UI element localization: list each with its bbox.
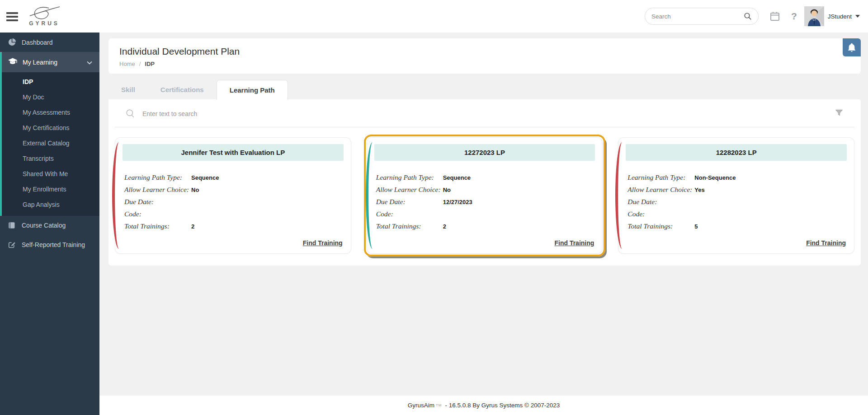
card-fields: Learning Path Type: Sequence Allow Learn…	[374, 173, 595, 234]
learning-path-card-jennifer-test[interactable]: Jennifer Test with Evaluation LP Learnin…	[115, 137, 351, 254]
main-content: Individual Development Plan Home / IDP S…	[99, 33, 868, 396]
panel-search-row	[115, 99, 854, 127]
learning-path-card-12282023[interactable]: 12282023 LP Learning Path Type: Non-Sequ…	[618, 137, 854, 254]
filter-button[interactable]	[835, 108, 844, 119]
field-label: Learning Path Type:	[124, 173, 191, 182]
field-row: Allow Learner Choice: No	[123, 186, 344, 198]
footer-tm: TM	[436, 403, 442, 407]
card-slot: 12272023 LP Learning Path Type: Sequence…	[367, 137, 603, 254]
sidebar-item-my-enrollments[interactable]: My Enrollments	[0, 182, 99, 197]
field-row: Due Date:	[123, 198, 344, 210]
card-title: Jennifer Test with Evaluation LP	[123, 144, 344, 161]
field-value: 2	[443, 223, 446, 230]
pencil-square-icon	[7, 241, 16, 248]
footer: GyrusAim TM - 16.5.0.8 By Gyrus Systems …	[99, 396, 868, 415]
brand-logo: GYRUS	[28, 6, 61, 27]
field-row: Learning Path Type: Sequence	[374, 173, 595, 186]
brand-name: GYRUS	[29, 20, 60, 27]
sidebar: Dashboard My Learning IDP My Doc My Asse…	[0, 33, 99, 415]
field-label: Allow Learner Choice:	[376, 186, 443, 194]
field-row: Total Trainings: 5	[626, 222, 847, 234]
tab-certifications[interactable]: Certifications	[148, 80, 217, 99]
field-row: Learning Path Type: Non-Sequence	[626, 173, 847, 186]
breadcrumb-current: IDP	[145, 61, 155, 67]
caret-down-icon	[855, 15, 860, 18]
field-row: Code:	[626, 210, 847, 222]
find-training-link[interactable]: Find Training	[554, 239, 594, 247]
field-row: Total Trainings: 2	[123, 222, 344, 234]
topbar-left: GYRUS	[0, 6, 99, 27]
tab-learning-path[interactable]: Learning Path	[217, 80, 288, 100]
sidebar-item-course-catalog[interactable]: Course Catalog	[0, 216, 99, 235]
sidebar-item-self-reported-training[interactable]: Self-Reported Training	[0, 235, 99, 254]
field-label: Due Date:	[376, 198, 443, 206]
sidebar-item-my-certifications[interactable]: My Certifications	[0, 120, 99, 135]
pie-chart-icon	[7, 38, 16, 46]
learning-path-panel: Jennifer Test with Evaluation LP Learnin…	[108, 99, 861, 266]
my-learning-submenu: IDP My Doc My Assessments My Certificati…	[0, 72, 99, 216]
filter-icon	[835, 108, 844, 117]
field-row: Code:	[123, 210, 344, 222]
notifications-button[interactable]	[843, 38, 861, 56]
global-search-input[interactable]	[651, 13, 744, 20]
avatar	[804, 6, 824, 26]
menu-icon[interactable]	[6, 12, 18, 21]
field-label: Learning Path Type:	[376, 173, 443, 182]
sidebar-item-shared-with-me[interactable]: Shared With Me	[0, 166, 99, 182]
card-title: 12272023 LP	[374, 144, 595, 161]
field-label: Due Date:	[124, 198, 191, 206]
field-label: Code:	[124, 210, 191, 218]
field-row: Allow Learner Choice: Yes	[626, 186, 847, 198]
gyrus-logo-mark-icon	[28, 6, 61, 21]
graduation-cap-icon	[8, 58, 17, 66]
field-value: No	[443, 187, 451, 193]
card-fields: Learning Path Type: Non-Sequence Allow L…	[626, 173, 847, 234]
breadcrumb-home-link[interactable]: Home	[119, 61, 135, 67]
card-title: 12282023 LP	[626, 144, 847, 161]
field-row: Due Date: 12/27/2023	[374, 198, 595, 210]
field-value: Sequence	[443, 174, 471, 181]
card-link-row: Find Training	[123, 237, 344, 248]
topbar: GYRUS ?	[0, 0, 868, 33]
sidebar-item-my-doc[interactable]: My Doc	[0, 89, 99, 105]
panel-search-input[interactable]	[142, 110, 835, 117]
field-row: Allow Learner Choice: No	[374, 186, 595, 198]
sidebar-item-my-learning[interactable]: My Learning	[0, 52, 99, 72]
find-training-link[interactable]: Find Training	[303, 239, 343, 247]
field-label: Code:	[376, 210, 443, 218]
field-row: Total Trainings: 2	[374, 222, 595, 234]
field-label: Learning Path Type:	[627, 173, 694, 182]
sidebar-item-transcripts[interactable]: Transcripts	[0, 151, 99, 166]
field-value: Non-Sequence	[694, 174, 736, 181]
tabs: Skill Certifications Learning Path	[108, 80, 861, 99]
help-icon[interactable]: ?	[791, 11, 797, 22]
field-value: No	[191, 187, 199, 193]
card-slot: 12282023 LP Learning Path Type: Non-Sequ…	[618, 137, 854, 254]
sidebar-item-dashboard[interactable]: Dashboard	[0, 33, 99, 52]
user-menu[interactable]: JStudent	[804, 6, 860, 26]
find-training-link[interactable]: Find Training	[806, 239, 846, 247]
learning-path-cards: Jennifer Test with Evaluation LP Learnin…	[108, 127, 861, 254]
card-link-row: Find Training	[374, 237, 595, 248]
sidebar-item-idp[interactable]: IDP	[0, 74, 99, 89]
breadcrumb: Home / IDP	[119, 61, 850, 67]
sidebar-item-external-catalog[interactable]: External Catalog	[0, 135, 99, 151]
field-value: Yes	[694, 187, 704, 193]
global-search	[645, 8, 759, 25]
tab-skill[interactable]: Skill	[108, 80, 148, 99]
bell-icon	[848, 43, 856, 52]
book-icon	[7, 222, 16, 229]
field-label: Total Trainings:	[376, 222, 443, 230]
calendar-icon[interactable]	[769, 11, 780, 22]
field-value: 2	[191, 223, 194, 230]
sidebar-group-my-learning: My Learning IDP My Doc My Assessments My…	[0, 52, 99, 216]
username-label: JStudent	[828, 13, 852, 20]
field-row: Code:	[374, 210, 595, 222]
footer-text: - 16.5.0.8 By Gyrus Systems © 2007-2023	[445, 402, 560, 409]
sidebar-item-my-assessments[interactable]: My Assessments	[0, 105, 99, 120]
search-icon[interactable]	[744, 12, 752, 20]
field-label: Total Trainings:	[627, 222, 694, 230]
learning-path-card-12272023[interactable]: 12272023 LP Learning Path Type: Sequence…	[367, 137, 603, 254]
page-header: Individual Development Plan Home / IDP	[108, 38, 861, 74]
sidebar-item-gap-analysis[interactable]: Gap Analysis	[0, 197, 99, 212]
